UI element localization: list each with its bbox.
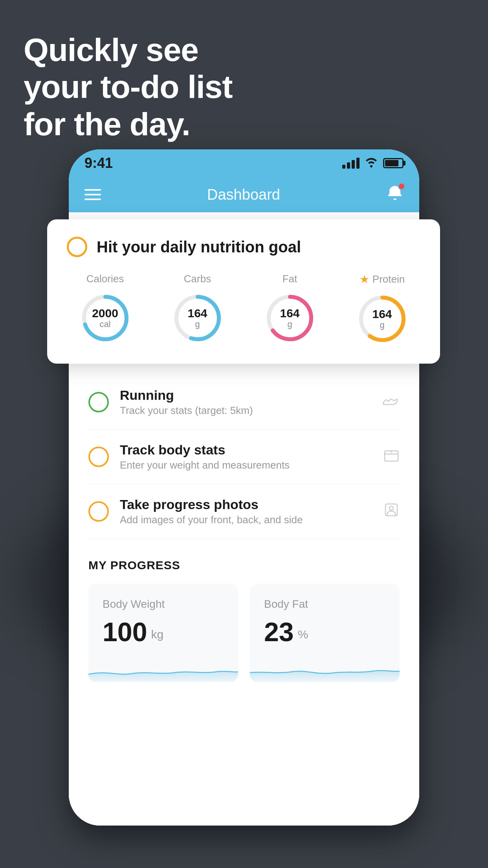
todo-title-running: Running bbox=[120, 388, 371, 403]
nutrition-fat: Fat 164 g bbox=[262, 273, 317, 346]
calories-value: 2000 cal bbox=[92, 307, 118, 329]
progress-header: MY PROGRESS bbox=[88, 559, 400, 572]
fat-wave-chart bbox=[250, 655, 400, 682]
progress-weight-unit: kg bbox=[151, 628, 163, 641]
calories-label: Calories bbox=[86, 273, 124, 285]
progress-fat-unit: % bbox=[298, 628, 308, 641]
nutrition-row: Calories 2000 cal Carbs bbox=[67, 273, 420, 346]
calories-ring: 2000 cal bbox=[78, 291, 133, 346]
todo-list: Running Track your stats (target: 5km) T… bbox=[69, 375, 419, 539]
card-title: Hit your daily nutrition goal bbox=[97, 238, 301, 256]
todo-subtitle-body-stats: Enter your weight and measurements bbox=[120, 459, 372, 471]
hamburger-menu[interactable] bbox=[84, 189, 101, 200]
hero-text: Quickly see your to-do list for the day. bbox=[24, 31, 233, 143]
progress-cards: Body Weight 100 kg bbox=[88, 584, 400, 682]
nav-title: Dashboard bbox=[207, 186, 280, 203]
todo-title-photos: Take progress photos bbox=[120, 497, 372, 512]
todo-subtitle-running: Track your stats (target: 5km) bbox=[120, 405, 371, 417]
todo-item-running[interactable]: Running Track your stats (target: 5km) bbox=[88, 375, 400, 430]
notification-bell[interactable] bbox=[386, 184, 404, 205]
battery-icon bbox=[383, 158, 404, 168]
fat-value: 164 g bbox=[280, 307, 299, 329]
star-icon: ★ bbox=[360, 273, 369, 286]
hero-line2: your to-do list bbox=[24, 68, 233, 105]
nutrition-protein: ★ Protein 164 g bbox=[355, 273, 410, 346]
person-icon bbox=[383, 502, 400, 522]
progress-card-fat-title: Body Fat bbox=[264, 598, 385, 611]
progress-weight-number: 100 bbox=[103, 618, 147, 645]
scale-icon bbox=[383, 447, 400, 467]
progress-section: MY PROGRESS Body Weight 100 kg bbox=[69, 539, 419, 694]
svg-point-2 bbox=[389, 506, 393, 510]
hero-line1: Quickly see bbox=[24, 31, 233, 68]
progress-card-weight-title: Body Weight bbox=[103, 598, 224, 611]
protein-value: 164 g bbox=[372, 307, 392, 330]
fat-label: Fat bbox=[283, 273, 297, 285]
todo-item-body-stats[interactable]: Track body stats Enter your weight and m… bbox=[88, 430, 400, 484]
progress-weight-value-row: 100 kg bbox=[103, 618, 224, 645]
featured-card: Hit your daily nutrition goal Calories 2… bbox=[47, 219, 440, 364]
status-icons bbox=[342, 156, 404, 170]
todo-item-photos[interactable]: Take progress photos Add images of your … bbox=[88, 484, 400, 539]
progress-fat-value-row: 23 % bbox=[264, 618, 385, 645]
weight-wave-chart bbox=[88, 655, 238, 682]
todo-title-body-stats: Track body stats bbox=[120, 442, 372, 458]
status-time: 9:41 bbox=[84, 155, 113, 171]
carbs-value: 164 g bbox=[187, 307, 207, 329]
signal-icon bbox=[342, 158, 360, 169]
progress-fat-number: 23 bbox=[264, 618, 294, 645]
protein-ring: 164 g bbox=[355, 291, 410, 346]
todo-circle-photos bbox=[88, 501, 109, 522]
todo-subtitle-photos: Add images of your front, back, and side bbox=[120, 514, 372, 526]
status-bar: 9:41 bbox=[69, 149, 419, 177]
todo-text-running: Running Track your stats (target: 5km) bbox=[120, 388, 371, 417]
hero-line3: for the day. bbox=[24, 106, 233, 143]
protein-label: ★ Protein bbox=[360, 273, 405, 286]
card-title-row: Hit your daily nutrition goal bbox=[67, 237, 420, 257]
card-circle-indicator bbox=[67, 237, 87, 257]
todo-text-body-stats: Track body stats Enter your weight and m… bbox=[120, 442, 372, 471]
carbs-ring: 164 g bbox=[170, 291, 225, 346]
shoe-icon bbox=[382, 394, 400, 411]
todo-circle-body-stats bbox=[88, 447, 109, 467]
carbs-label: Carbs bbox=[184, 273, 211, 285]
fat-ring: 164 g bbox=[262, 291, 317, 346]
todo-text-photos: Take progress photos Add images of your … bbox=[120, 497, 372, 526]
nutrition-carbs: Carbs 164 g bbox=[170, 273, 225, 346]
nutrition-calories: Calories 2000 cal bbox=[78, 273, 133, 346]
progress-card-weight: Body Weight 100 kg bbox=[88, 584, 238, 682]
wifi-icon bbox=[364, 156, 378, 170]
notification-dot bbox=[398, 183, 405, 190]
progress-card-fat: Body Fat 23 % bbox=[250, 584, 400, 682]
nav-bar: Dashboard bbox=[69, 177, 419, 212]
todo-circle-running bbox=[88, 392, 109, 412]
